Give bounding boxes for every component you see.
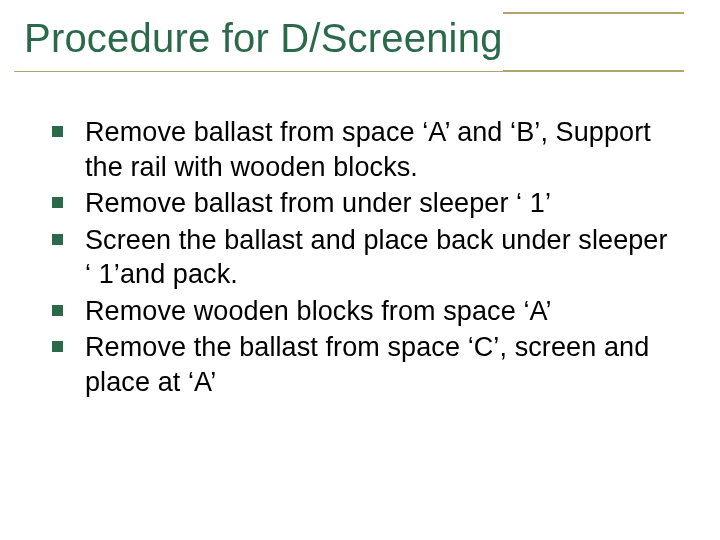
bullet-text: Screen the ballast and place back under …	[85, 223, 672, 292]
square-bullet-icon	[52, 341, 63, 352]
square-bullet-icon	[52, 234, 63, 245]
list-item: Remove wooden blocks from space ‘A’	[52, 294, 672, 329]
slide: Procedure for D/Screening Remove ballast…	[0, 0, 720, 540]
title-area: Procedure for D/Screening	[0, 0, 720, 71]
list-item: Remove the ballast from space ‘C’, scree…	[52, 330, 672, 399]
slide-title: Procedure for D/Screening	[0, 12, 503, 71]
list-item: Remove ballast from space ‘A’ and ‘B’, S…	[52, 115, 672, 184]
bullet-text: Remove ballast from space ‘A’ and ‘B’, S…	[85, 115, 672, 184]
square-bullet-icon	[52, 197, 63, 208]
list-item: Remove ballast from under sleeper ‘ 1’	[52, 186, 672, 221]
slide-content: Remove ballast from space ‘A’ and ‘B’, S…	[0, 71, 720, 399]
bullet-list: Remove ballast from space ‘A’ and ‘B’, S…	[52, 115, 672, 399]
bullet-text: Remove the ballast from space ‘C’, scree…	[85, 330, 672, 399]
square-bullet-icon	[52, 126, 63, 137]
bullet-text: Remove wooden blocks from space ‘A’	[85, 294, 552, 329]
square-bullet-icon	[52, 305, 63, 316]
bullet-text: Remove ballast from under sleeper ‘ 1’	[85, 186, 551, 221]
list-item: Screen the ballast and place back under …	[52, 223, 672, 292]
